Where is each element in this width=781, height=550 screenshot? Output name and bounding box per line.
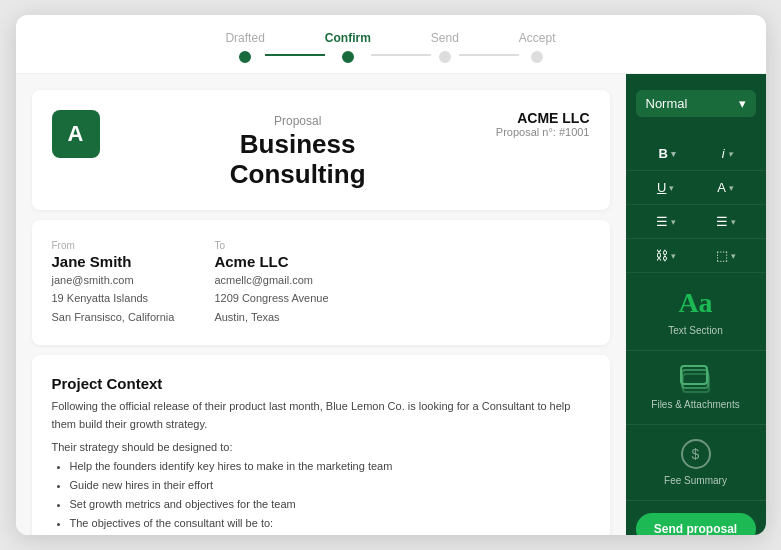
from-name: Jane Smith	[52, 253, 175, 270]
company-name: ACME LLC	[496, 110, 590, 126]
from-section: From Jane Smith jane@smith.com 19 Kenyat…	[52, 240, 175, 326]
step-line-1	[265, 54, 325, 56]
list-item: Set growth metrics and objectives for th…	[70, 495, 590, 514]
from-address2: San Fransisco, California	[52, 309, 175, 326]
step-send[interactable]: Send	[431, 31, 459, 63]
dropdown-label: Normal	[646, 96, 688, 111]
list-item: Help the founders identify key hires to …	[70, 457, 590, 476]
stack-layer-3	[680, 365, 708, 385]
underline-chevron: ▾	[669, 183, 674, 193]
files-stack-icon	[680, 365, 712, 393]
project-context-card: Project Context Following the official r…	[32, 355, 610, 535]
context-body: Following the official release of their …	[52, 398, 590, 433]
from-to-card: From Jane Smith jane@smith.com 19 Kenyat…	[32, 220, 610, 346]
list-item: Guide new hires in their effort	[70, 476, 590, 495]
from-label: From	[52, 240, 175, 251]
step-confirm-label: Confirm	[325, 31, 371, 45]
avatar: A	[52, 110, 100, 158]
italic-chevron: ▾	[728, 149, 733, 159]
link-icon: ⛓	[655, 248, 668, 263]
doc-area: A Proposal Business Consulting ACME LLC …	[16, 74, 626, 535]
image-chevron: ▾	[731, 251, 736, 261]
text-section-label: Text Section	[668, 325, 722, 336]
step-drafted-label: Drafted	[225, 31, 264, 45]
proposal-title-area: Proposal Business Consulting	[116, 110, 480, 190]
link-chevron: ▾	[671, 251, 676, 261]
bold-chevron: ▾	[671, 149, 676, 159]
files-label: Files & Attachments	[651, 399, 739, 410]
step-confirm[interactable]: Confirm	[325, 31, 371, 63]
font-chevron: ▾	[729, 183, 734, 193]
step-accept[interactable]: Accept	[519, 31, 556, 63]
step-accept-dot	[531, 51, 543, 63]
step-send-dot	[439, 51, 451, 63]
image-button[interactable]: ⬚ ▾	[712, 246, 740, 265]
step-confirm-dot	[342, 51, 354, 63]
list-item: The objectives of the consultant will be…	[70, 514, 590, 533]
sidebar-top: Normal ▾	[626, 84, 766, 137]
image-icon: ⬚	[716, 248, 728, 263]
fee-summary-block[interactable]: $ Fee Summary	[626, 425, 766, 501]
chevron-down-icon: ▾	[739, 96, 746, 111]
normal-dropdown[interactable]: Normal ▾	[636, 90, 756, 117]
from-address1: 19 Kenyatta Islands	[52, 290, 175, 307]
align-chevron: ▾	[731, 217, 736, 227]
italic-button[interactable]: i ▾	[718, 144, 737, 163]
to-email: acmellc@gmail.com	[214, 272, 328, 289]
toolbar-row-3: ☰ ▾ ☰ ▾	[626, 205, 766, 239]
step-send-label: Send	[431, 31, 459, 45]
to-section: To Acme LLC acmellc@gmail.com 1209 Congr…	[214, 240, 328, 326]
font-size-button[interactable]: A ▾	[713, 178, 738, 197]
to-label: To	[214, 240, 328, 251]
fee-icon: $	[681, 439, 711, 469]
proposal-main-title: Business Consulting	[230, 130, 366, 190]
toolbar-row-1: B ▾ i ▾	[626, 137, 766, 171]
proposal-type-label: Proposal	[274, 114, 321, 128]
step-line-3	[459, 54, 519, 56]
text-section-preview: Aa	[678, 287, 712, 319]
proposal-header-card: A Proposal Business Consulting ACME LLC …	[32, 90, 610, 210]
bold-button[interactable]: B ▾	[654, 144, 679, 163]
main-area: A Proposal Business Consulting ACME LLC …	[16, 74, 766, 535]
step-drafted-dot	[239, 51, 251, 63]
link-button[interactable]: ⛓ ▾	[651, 246, 680, 265]
files-attachments-block[interactable]: Files & Attachments	[626, 351, 766, 425]
fee-label: Fee Summary	[664, 475, 727, 486]
list-button[interactable]: ☰ ▾	[652, 212, 680, 231]
to-address1: 1209 Congress Avenue	[214, 290, 328, 307]
to-address2: Austin, Texas	[214, 309, 328, 326]
step-line-2	[371, 54, 431, 56]
sidebar-toolbar: B ▾ i ▾ U ▾ A ▾	[626, 137, 766, 501]
step-drafted[interactable]: Drafted	[225, 31, 264, 63]
proposal-number: Proposal n°: #1001	[496, 126, 590, 138]
to-name: Acme LLC	[214, 253, 328, 270]
right-sidebar: Normal ▾ B ▾ i ▾	[626, 74, 766, 535]
stepper-bar: Drafted Confirm Send Accept	[16, 15, 766, 74]
app-container: Drafted Confirm Send Accept	[16, 15, 766, 535]
list-chevron: ▾	[671, 217, 676, 227]
context-title: Project Context	[52, 375, 590, 392]
step-accept-label: Accept	[519, 31, 556, 45]
context-subtitle: Their strategy should be designed to:	[52, 441, 590, 453]
from-email: jane@smith.com	[52, 272, 175, 289]
send-proposal-button[interactable]: Send proposal	[636, 513, 756, 535]
align-button[interactable]: ☰ ▾	[712, 212, 740, 231]
text-section-block[interactable]: Aa Text Section	[626, 273, 766, 351]
toolbar-row-4: ⛓ ▾ ⬚ ▾	[626, 239, 766, 273]
toolbar-row-2: U ▾ A ▾	[626, 171, 766, 205]
context-list: Help the founders identify key hires to …	[52, 457, 590, 532]
acme-info: ACME LLC Proposal n°: #1001	[496, 110, 590, 138]
stepper: Drafted Confirm Send Accept	[225, 31, 555, 63]
underline-button[interactable]: U ▾	[653, 178, 678, 197]
send-btn-wrap: Send proposal	[626, 501, 766, 535]
